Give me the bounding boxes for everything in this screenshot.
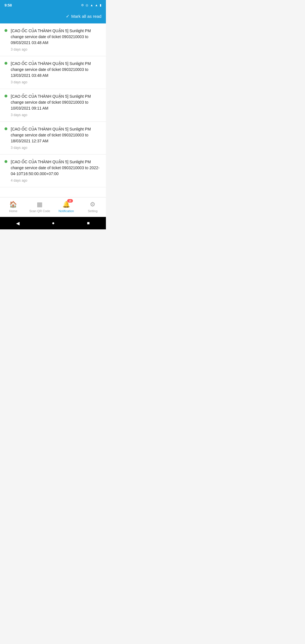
back-button[interactable]: ◀ xyxy=(10,218,25,228)
notification-list: [CAO ỐC CỦA THÀNH QUẬN 5] Sunlight PM ch… xyxy=(0,23,106,197)
notification-text: [CAO ỐC CỦA THÀNH QUẬN 5] Sunlight PM ch… xyxy=(11,61,101,79)
notification-item[interactable]: [CAO ỐC CỦA THÀNH QUẬN 5] Sunlight PM ch… xyxy=(0,155,106,187)
notification-content: [CAO ỐC CỦA THÀNH QUẬN 5] Sunlight PM ch… xyxy=(11,93,101,117)
nav-item-scan-qr-code[interactable]: ▦Scan QR Code xyxy=(27,199,53,215)
notification-text: [CAO ỐC CỦA THÀNH QUẬN 5] Sunlight PM ch… xyxy=(11,126,101,144)
recent-button[interactable]: ■ xyxy=(81,218,95,228)
notification-time: 3 days ago xyxy=(11,113,101,117)
nav-item-home[interactable]: 🏠Home xyxy=(0,199,27,215)
bottom-nav: 🏠Home▦Scan QR Code🔔15Notification⚙Settin… xyxy=(0,197,106,217)
unread-dot xyxy=(5,127,7,130)
settings-icon: ⚙ xyxy=(81,3,84,7)
home-icon: 🏠 xyxy=(9,201,17,208)
notification-item[interactable]: [CAO ỐC CỦA THÀNH QUẬN 5] Sunlight PM ch… xyxy=(0,23,106,56)
header: ✓ Mark all as read xyxy=(0,10,106,23)
mark-all-as-read-button[interactable]: ✓ Mark all as read xyxy=(66,14,101,19)
nav-item-notification[interactable]: 🔔15Notification xyxy=(53,199,80,215)
setting-icon: ⚙ xyxy=(90,201,95,208)
unread-dot xyxy=(5,160,7,163)
notification-text: [CAO ỐC CỦA THÀNH QUẬN 5] Sunlight PM ch… xyxy=(11,93,101,111)
home-label: Home xyxy=(9,209,17,213)
location-icon: ◎ xyxy=(86,3,88,7)
unread-dot xyxy=(5,29,7,32)
battery-icon: ▮ xyxy=(100,3,101,7)
scan-qr-code-icon: ▦ xyxy=(37,201,43,208)
notification-label: Notification xyxy=(58,209,74,213)
nav-item-setting[interactable]: ⚙Setting xyxy=(79,199,106,215)
notification-time: 3 days ago xyxy=(11,146,101,150)
notification-item[interactable]: [CAO ỐC CỦA THÀNH QUẬN 5] Sunlight PM ch… xyxy=(0,122,106,155)
notification-time: 3 days ago xyxy=(11,80,101,84)
notification-badge: 15 xyxy=(67,199,73,203)
notification-time: 3 days ago xyxy=(11,47,101,51)
android-nav: ◀ ● ■ xyxy=(0,217,106,229)
mark-all-as-read-label: Mark all as read xyxy=(71,14,101,19)
notification-text: [CAO ỐC CỦA THÀNH QUẬN 5] Sunlight PM ch… xyxy=(11,28,101,46)
status-time: 9:58 xyxy=(5,3,12,7)
signal-icon: ▲ xyxy=(95,3,98,7)
status-bar: 9:58 ⚙ ◎ ▲ ▲ ▮ xyxy=(0,0,106,10)
notification-time: 4 days ago xyxy=(11,179,101,182)
notification-icon: 🔔15 xyxy=(62,201,70,208)
notification-content: [CAO ỐC CỦA THÀNH QUẬN 5] Sunlight PM ch… xyxy=(11,159,101,182)
notification-content: [CAO ỐC CỦA THÀNH QUẬN 5] Sunlight PM ch… xyxy=(11,28,101,51)
wifi-icon: ▲ xyxy=(90,3,93,7)
setting-label: Setting xyxy=(88,209,97,213)
unread-dot xyxy=(5,95,7,97)
unread-dot xyxy=(5,62,7,65)
notification-content: [CAO ỐC CỦA THÀNH QUẬN 5] Sunlight PM ch… xyxy=(11,126,101,150)
notification-item[interactable]: [CAO ỐC CỦA THÀNH QUẬN 5] Sunlight PM ch… xyxy=(0,89,106,122)
scan-qr-code-label: Scan QR Code xyxy=(29,209,50,213)
checkmark-icon: ✓ xyxy=(66,14,69,19)
notification-item[interactable]: [CAO ỐC CỦA THÀNH QUẬN 5] Sunlight PM ch… xyxy=(0,56,106,89)
notification-content: [CAO ỐC CỦA THÀNH QUẬN 5] Sunlight PM ch… xyxy=(11,61,101,84)
home-button[interactable]: ● xyxy=(46,218,60,228)
status-icons: ⚙ ◎ ▲ ▲ ▮ xyxy=(81,3,101,7)
notification-text: [CAO ỐC CỦA THÀNH QUẬN 5] Sunlight PM ch… xyxy=(11,159,101,177)
